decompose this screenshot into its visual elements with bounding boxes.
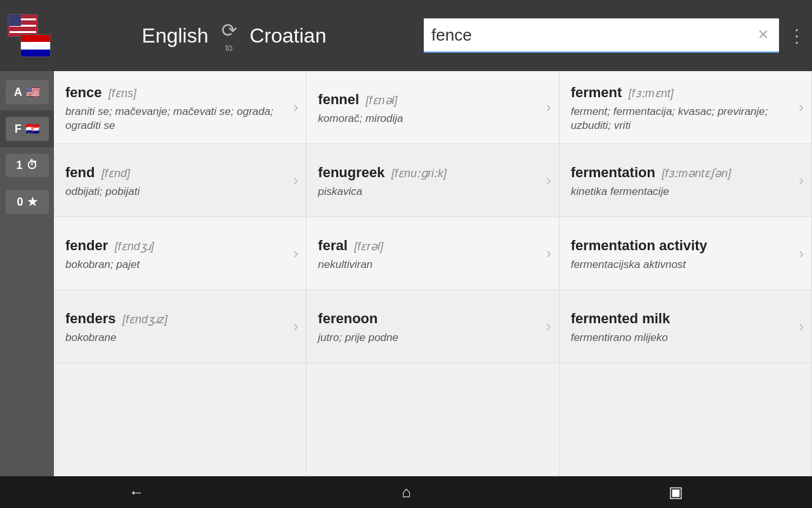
arrow-icon: › xyxy=(293,318,298,335)
trans-fermented-milk: fermentirano mlijeko xyxy=(571,331,801,345)
entry-feral[interactable]: feral [fɛrəl] nekultiviran › xyxy=(306,217,558,290)
us-flag-icon xyxy=(8,14,38,37)
arrow-icon: › xyxy=(546,98,551,116)
entry-fenugreek[interactable]: fenugreek [fɛnuːɡriːk] piskavica › xyxy=(306,144,558,217)
entry-fennel[interactable]: fennel [fɛnəl] komorač; mirodija › xyxy=(306,71,558,144)
arrow-icon: › xyxy=(293,244,298,262)
trans-fenders: bokobrane xyxy=(65,331,296,345)
entry-fend[interactable]: fend [fɛnd] odbijati; pobijati › xyxy=(54,144,306,217)
star-count-label: 0 xyxy=(16,196,23,209)
trans-ferment: ferment; fermentacija; kvasac; previranj… xyxy=(571,105,801,133)
sidebar-item-all[interactable]: A 🇺🇸 xyxy=(0,74,54,110)
trans-fend: odbijati; pobijati xyxy=(65,185,296,199)
arrow-icon: › xyxy=(546,244,551,262)
entry-fermented-milk[interactable]: fermented milk fermentirano mlijeko › xyxy=(560,290,811,363)
word-fenders: fenders xyxy=(65,311,115,326)
sidebar-item-f[interactable]: F 🇭🇷 xyxy=(0,110,54,147)
column-2: fennel [fɛnəl] komorač; mirodija › fenug… xyxy=(306,71,559,476)
pron-fence: [fɛns] xyxy=(108,87,136,100)
trans-fenugreek: piskavica xyxy=(318,185,548,199)
arrow-icon: › xyxy=(799,244,804,262)
word-fennel: fennel xyxy=(318,91,359,107)
word-fend: fend xyxy=(65,164,95,180)
pron-fenugreek: [fɛnuːɡriːk] xyxy=(391,167,447,180)
word-fermentation-activity: fermentation activity xyxy=(571,237,707,253)
pron-fermentation: [fɜːməntɛʃən] xyxy=(662,167,731,180)
favorites-button[interactable]: 0 ★ xyxy=(6,190,49,214)
column-1: fence [fɛns] braniti se; mačevanje; mače… xyxy=(54,71,306,476)
entry-ferment[interactable]: ferment [fɜːmɛnt] ferment; fermentacija;… xyxy=(560,71,811,144)
word-feral: feral xyxy=(318,237,347,253)
numbers-button[interactable]: 1 ⏱ xyxy=(6,154,49,177)
word-fermentation: fermentation xyxy=(571,164,655,180)
f-label: F xyxy=(15,123,22,136)
search-box[interactable]: ✕ xyxy=(424,18,779,53)
us-flag-small: 🇺🇸 xyxy=(26,85,40,99)
swap-to-label: to xyxy=(225,43,233,53)
entry-fermentation-activity[interactable]: fermentation activity fermentacijska akt… xyxy=(560,217,811,290)
navigation-bar: ← ⌂ ▣ xyxy=(0,476,812,508)
trans-fender: bokobran; pajet xyxy=(65,258,296,272)
trans-fermentation-activity: fermentacijska aktivnost xyxy=(571,258,801,272)
all-label: A xyxy=(14,86,22,99)
language-flag-icon xyxy=(8,14,51,57)
back-button[interactable]: ← xyxy=(103,478,169,506)
source-language-label[interactable]: English xyxy=(142,24,209,48)
pron-feral: [fɛrəl] xyxy=(354,240,383,253)
language-selector: English ⟳ to Croatian xyxy=(51,19,417,53)
entry-ferenoon[interactable]: ferenoon jutro; prije podne › xyxy=(306,290,558,363)
dictionary-content: fence [fɛns] braniti se; mačevanje; mače… xyxy=(54,71,812,476)
hr-flag-small: 🇭🇷 xyxy=(25,122,39,136)
entry-fenders[interactable]: fenders [fɛndʒɹz] bokobrane › xyxy=(54,290,306,363)
entry-fender[interactable]: fender [fɛndʒɹ] bokobran; pajet › xyxy=(54,217,306,290)
recents-button[interactable]: ▣ xyxy=(643,478,709,506)
arrow-icon: › xyxy=(546,318,551,335)
us-canton xyxy=(8,15,21,26)
arrow-icon: › xyxy=(293,98,298,116)
trans-fennel: komorač; mirodija xyxy=(318,112,548,126)
arrow-icon: › xyxy=(799,98,804,116)
header: English ⟳ to Croatian ✕ ⋮ xyxy=(0,0,812,71)
all-words-button[interactable]: A 🇺🇸 xyxy=(6,80,49,104)
pron-fender: [fɛndʒɹ] xyxy=(115,240,154,253)
number-icon: ⏱ xyxy=(27,159,38,172)
dictionary-grid: fence [fɛns] braniti se; mačevanje; mače… xyxy=(54,71,812,476)
search-input[interactable] xyxy=(431,25,755,45)
hr-flag-icon xyxy=(20,34,51,57)
swap-languages-button[interactable]: ⟳ to xyxy=(221,19,237,53)
pron-ferment: [fɜːmɛnt] xyxy=(629,87,674,100)
home-button[interactable]: ⌂ xyxy=(376,478,436,506)
sidebar: A 🇺🇸 F 🇭🇷 1 ⏱ 0 ★ xyxy=(0,71,54,476)
arrow-icon: › xyxy=(546,171,551,189)
pron-fennel: [fɛnəl] xyxy=(366,94,398,107)
target-language-label[interactable]: Croatian xyxy=(250,24,327,48)
f-letter-button[interactable]: F 🇭🇷 xyxy=(6,117,49,141)
clear-search-button[interactable]: ✕ xyxy=(755,24,771,46)
word-ferment: ferment xyxy=(571,84,622,100)
trans-ferenoon: jutro; prije podne xyxy=(318,331,548,345)
trans-fence: braniti se; mačevanje; mačevati se; ogra… xyxy=(65,105,296,133)
sidebar-item-numbers[interactable]: 1 ⏱ xyxy=(0,147,54,184)
arrow-icon: › xyxy=(293,171,298,189)
pron-fend: [fɛnd] xyxy=(102,167,130,180)
sidebar-item-favorites[interactable]: 0 ★ xyxy=(0,184,54,220)
arrow-icon: › xyxy=(799,318,804,335)
column-3: ferment [fɜːmɛnt] ferment; fermentacija;… xyxy=(560,71,812,476)
entry-fence[interactable]: fence [fɛns] braniti se; mačevanje; mače… xyxy=(54,71,306,144)
trans-feral: nekultiviran xyxy=(318,258,548,272)
entry-fermentation[interactable]: fermentation [fɜːməntɛʃən] kinetika ferm… xyxy=(560,144,811,217)
pron-fenders: [fɛndʒɹz] xyxy=(122,313,167,326)
arrow-icon: › xyxy=(799,171,804,189)
trans-fermentation: kinetika fermentacije xyxy=(571,185,801,199)
word-fenugreek: fenugreek xyxy=(318,164,384,180)
word-ferenoon: ferenoon xyxy=(318,311,377,326)
number-label: 1 xyxy=(16,159,22,172)
word-fender: fender xyxy=(65,237,108,253)
swap-icon: ⟳ xyxy=(221,19,237,41)
app-container: English ⟳ to Croatian ✕ ⋮ A 🇺🇸 F 🇭🇷 xyxy=(0,0,812,476)
word-fence: fence xyxy=(65,84,102,100)
star-icon: ★ xyxy=(27,195,37,209)
word-fermented-milk: fermented milk xyxy=(571,311,671,326)
more-options-button[interactable]: ⋮ xyxy=(788,25,804,46)
